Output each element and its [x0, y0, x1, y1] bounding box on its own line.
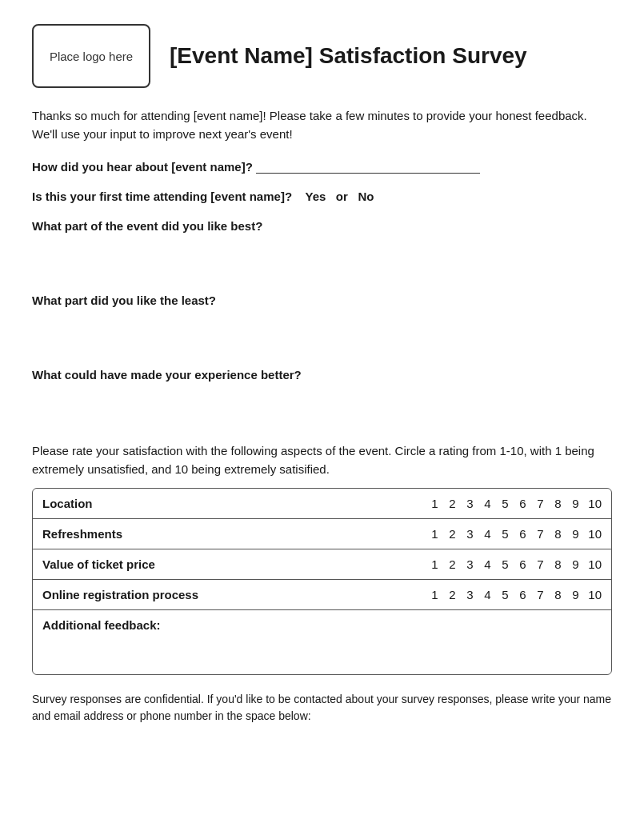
rating-numbers-registration: 1 2 3 4 5 6 7 8 9 10 [430, 588, 602, 601]
hear-about-label: How did you hear about [event name]? [32, 160, 253, 174]
experience-better-label: What could have made your experience bet… [32, 368, 612, 382]
first-time-no: No [358, 190, 374, 203]
like-least-space [32, 314, 612, 352]
rating-numbers-refreshments: 1 2 3 4 5 6 7 8 9 10 [430, 527, 602, 541]
like-best-space [32, 239, 612, 278]
experience-better-space [32, 388, 612, 426]
hear-about-input[interactable] [256, 159, 480, 174]
table-row: Refreshments 1 2 3 4 5 6 7 8 9 10 [33, 519, 611, 549]
rating-numbers-ticket: 1 2 3 4 5 6 7 8 9 10 [430, 557, 602, 571]
rating-intro: Please rate your satisfaction with the f… [32, 442, 612, 478]
rating-label-refreshments: Refreshments [42, 527, 430, 541]
rating-label-location: Location [42, 497, 430, 510]
rating-numbers-location: 1 2 3 4 5 6 7 8 9 10 [430, 497, 602, 510]
intro-text: Thanks so much for attending [event name… [32, 107, 612, 143]
survey-title: [Event Name] Satisfaction Survey [170, 43, 527, 69]
like-best-label: What part of the event did you like best… [32, 219, 612, 233]
table-row: Online registration process 1 2 3 4 5 6 … [33, 580, 611, 610]
logo-placeholder: Place logo here [32, 24, 150, 88]
like-least-label: What part did you like the least? [32, 294, 612, 307]
hear-about-question: How did you hear about [event name]? [32, 159, 612, 174]
rating-label-registration: Online registration process [42, 588, 430, 601]
experience-better-section: What could have made your experience bet… [32, 368, 612, 426]
rating-label-ticket: Value of ticket price [42, 557, 430, 571]
additional-feedback-label: Additional feedback: [42, 618, 161, 666]
like-best-section: What part of the event did you like best… [32, 219, 612, 278]
header: Place logo here [Event Name] Satisfactio… [32, 24, 612, 88]
table-row-additional: Additional feedback: [33, 610, 611, 674]
first-time-yes: Yes [305, 190, 326, 203]
table-row: Value of ticket price 1 2 3 4 5 6 7 8 9 … [33, 549, 611, 580]
table-row: Location 1 2 3 4 5 6 7 8 9 10 [33, 489, 611, 519]
first-time-or: or [336, 190, 348, 203]
first-time-label: Is this your first time attending [event… [32, 190, 292, 203]
first-time-question: Is this your first time attending [event… [32, 190, 612, 203]
logo-text: Place logo here [50, 50, 133, 63]
footer-text: Survey responses are confidential. If yo… [32, 691, 612, 725]
like-least-section: What part did you like the least? [32, 294, 612, 352]
rating-table: Location 1 2 3 4 5 6 7 8 9 10 Refreshmen… [32, 488, 612, 675]
